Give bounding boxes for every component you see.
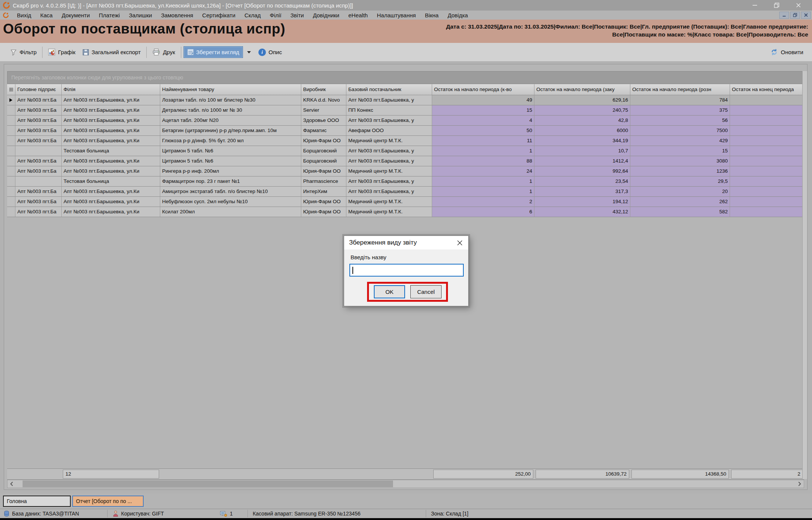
table-cell[interactable]: 194,12 [534, 197, 630, 207]
table-cell[interactable]: 2 [432, 197, 534, 207]
table-cell[interactable]: ИнтерХим [301, 187, 346, 197]
table-cell[interactable]: Апт №003 пгт.Ба [15, 126, 62, 136]
menu-item[interactable]: Документи [57, 12, 94, 18]
table-cell[interactable]: Детралекс табл. п/о 1000 мг № 30 [160, 105, 301, 116]
menu-item[interactable]: Довідка [443, 12, 472, 18]
table-cell[interactable]: 429 [630, 136, 730, 146]
table-cell[interactable] [730, 105, 804, 116]
table-cell[interactable]: 56 [630, 116, 730, 126]
table-cell[interactable]: Апт №003 пгт.Ба [15, 136, 62, 146]
save-view-dropdown-button[interactable] [245, 47, 253, 58]
table-cell[interactable]: 6 [432, 207, 534, 217]
close-button[interactable] [790, 0, 807, 11]
table-row[interactable]: Апт №003 пгт.БаАпт №003 пгт.Барышевка, у… [7, 126, 804, 136]
table-cell[interactable]: Амицитрон экстратаб табл. п/о блистер №1… [160, 187, 301, 197]
table-cell[interactable] [730, 176, 804, 187]
menu-item[interactable]: Склад [240, 12, 265, 18]
table-cell[interactable]: Апт №003 пгт.Ба [15, 156, 62, 166]
table-cell[interactable]: 15 [630, 146, 730, 156]
table-cell[interactable]: Лозартан табл. п/о 100 мг блистер №30 [160, 95, 301, 105]
table-cell[interactable]: 29,5 [630, 176, 730, 187]
menu-item[interactable]: Налаштування [372, 12, 420, 18]
table-cell[interactable]: Рингера р-р инф. 200мл [160, 166, 301, 176]
table-cell[interactable]: 10,7 [534, 146, 630, 156]
table-cell[interactable] [730, 126, 804, 136]
scrollbar-thumb[interactable] [23, 480, 393, 487]
table-cell[interactable]: Апт №003 пгт.Барышевка, у [346, 95, 432, 105]
table-cell[interactable]: Апт №003 пгт.Барышевка, ул.Ки [62, 187, 160, 197]
column-header[interactable]: Остаток на начало периода (заку [534, 84, 630, 95]
table-cell[interactable]: Медичний центр М.Т.К. [346, 207, 432, 217]
table-cell[interactable]: 15 [432, 105, 534, 116]
table-cell[interactable] [15, 176, 62, 187]
table-cell[interactable]: Апт №003 пгт.Барышевка, ул.Ки [62, 136, 160, 146]
table-cell[interactable]: Здоровье ООО [301, 116, 346, 126]
filter-button[interactable]: Фільтр [7, 47, 40, 58]
table-cell[interactable]: 375 [630, 105, 730, 116]
table-cell[interactable]: 432,12 [534, 207, 630, 217]
table-cell[interactable] [730, 197, 804, 207]
column-header[interactable]: Виробник [301, 84, 346, 95]
table-cell[interactable]: Ацетал табл. 200мг N20 [160, 116, 301, 126]
table-cell[interactable]: Цитрамон 5 табл. №6 [160, 156, 301, 166]
table-cell[interactable]: Апт №003 пгт.Ба [15, 105, 62, 116]
table-cell[interactable]: Апт №003 пгт.Барышевка, ул.Ки [62, 166, 160, 176]
table-cell[interactable]: Апт №003 пгт.Ба [15, 207, 62, 217]
table-cell[interactable] [730, 146, 804, 156]
table-cell[interactable]: Апт №003 пгт.Ба [15, 197, 62, 207]
table-cell[interactable]: Борщаговский [301, 156, 346, 166]
restore-button[interactable] [768, 0, 785, 11]
table-row[interactable]: Апт №003 пгт.БаАпт №003 пгт.Барышевка, у… [7, 207, 804, 217]
table-cell[interactable]: Фармацитрон пор. 23 г пакет №1 [160, 176, 301, 187]
table-cell[interactable]: 23,54 [534, 176, 630, 187]
table-cell[interactable]: Апт №003 пгт.Ба [15, 166, 62, 176]
table-cell[interactable]: 629,16 [534, 95, 630, 105]
table-cell[interactable]: Глюкоза р-р д/инф. 5% бут. 200 мл [160, 136, 301, 146]
table-row[interactable]: Апт №003 пгт.БаАпт №003 пгт.Барышевка, у… [7, 116, 804, 126]
table-cell[interactable]: Апт №003 пгт.Барышевка, у [346, 146, 432, 156]
menu-item[interactable]: Вікна [420, 12, 443, 18]
table-cell[interactable]: 6000 [534, 126, 630, 136]
table-cell[interactable]: Небуфлюзон сусп. 2мл небулы №10 [160, 197, 301, 207]
refresh-button[interactable]: Оновити [767, 46, 807, 58]
tab-main[interactable]: Головна [3, 496, 71, 507]
table-cell[interactable]: 1 [432, 146, 534, 156]
scroll-left-arrow-icon[interactable] [8, 480, 16, 488]
dialog-close-button[interactable] [451, 236, 468, 249]
table-cell[interactable]: Апт №003 пгт.Барышевка, ул.Ки [62, 197, 160, 207]
table-cell[interactable]: Servier [301, 105, 346, 116]
table-cell[interactable] [730, 166, 804, 176]
cancel-button[interactable]: Cancel [410, 285, 442, 298]
save-view-button[interactable]: Зберегти вигляд [184, 46, 243, 58]
table-row[interactable]: Апт №003 пгт.БаАпт №003 пгт.Барышевка, у… [7, 197, 804, 207]
menu-item[interactable]: Філії [265, 12, 286, 18]
scroll-right-arrow-icon[interactable] [795, 480, 804, 488]
table-cell[interactable]: Апт №003 пгт.Барышевка, ул.Ки [62, 156, 160, 166]
table-cell[interactable]: 1 [432, 176, 534, 187]
table-cell[interactable]: Ксилат 200мл [160, 207, 301, 217]
table-cell[interactable] [730, 95, 804, 105]
table-row[interactable]: Тестовая больницаФармацитрон пор. 23 г п… [7, 176, 804, 187]
table-cell[interactable]: Апт №003 пгт.Ба [15, 187, 62, 197]
table-cell[interactable]: ПП Конекс [346, 105, 432, 116]
table-row[interactable]: Апт №003 пгт.БаАпт №003 пгт.Барышевка, у… [7, 95, 804, 105]
table-cell[interactable]: 49 [432, 95, 534, 105]
horizontal-scrollbar[interactable] [7, 480, 804, 488]
table-cell[interactable]: Медичний центр М.Т.К. [346, 197, 432, 207]
menu-item[interactable]: Довідники [308, 12, 344, 18]
table-cell[interactable] [730, 156, 804, 166]
menu-item[interactable]: Сертифікати [198, 12, 240, 18]
table-cell[interactable]: 11 [432, 136, 534, 146]
table-cell[interactable]: Цитрамон 5 табл. №6 [160, 146, 301, 156]
mdi-close-button[interactable] [801, 12, 811, 19]
table-cell[interactable]: 344,19 [534, 136, 630, 146]
table-cell[interactable]: Авефарм ООО [346, 126, 432, 136]
table-cell[interactable]: 992,64 [534, 166, 630, 176]
table-cell[interactable]: 3080 [630, 156, 730, 166]
table-cell[interactable]: 582 [630, 207, 730, 217]
table-cell[interactable]: Апт №003 пгт.Барышевка, у [346, 176, 432, 187]
table-cell[interactable]: 42,8 [534, 116, 630, 126]
column-header[interactable]: Найменування товару [160, 84, 301, 95]
table-cell[interactable]: 20 [630, 187, 730, 197]
table-cell[interactable]: Бетаргин (цитраргинин) р-р д/пер.прим.ам… [160, 126, 301, 136]
